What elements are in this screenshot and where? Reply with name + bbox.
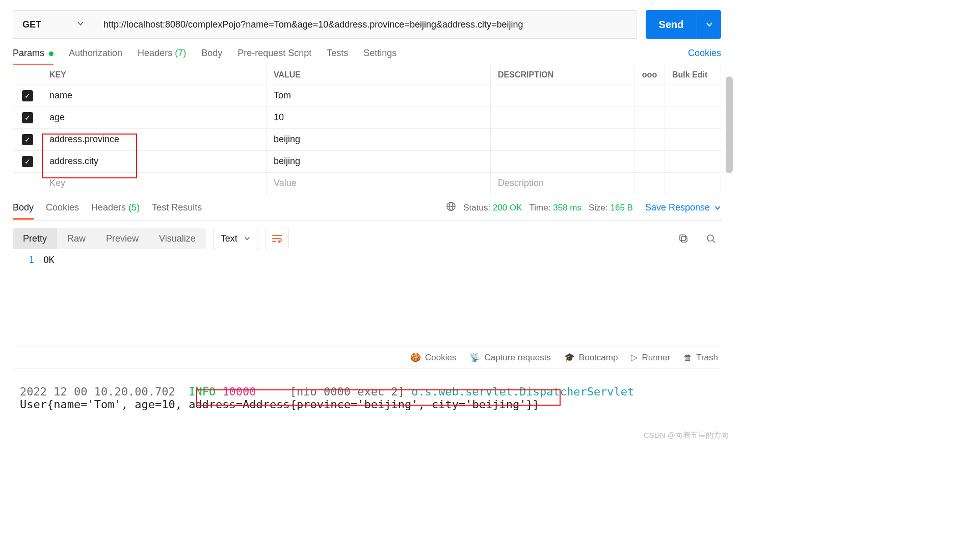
param-desc[interactable]	[490, 107, 634, 128]
copy-button[interactable]	[673, 228, 694, 249]
view-pretty[interactable]: Pretty	[13, 228, 57, 249]
row-checkbox[interactable]: ✓	[22, 156, 33, 167]
sb-label: Bootcamp	[579, 353, 618, 363]
row-checkbox[interactable]: ✓	[22, 90, 33, 101]
log-timestamp: 2022 12 00 10.20.00.702	[20, 385, 175, 398]
res-tab-test-results[interactable]: Test Results	[152, 202, 202, 219]
tab-prerequest[interactable]: Pre-request Script	[237, 48, 311, 65]
res-tab-body[interactable]: Body	[13, 202, 34, 219]
svg-line-6	[713, 241, 715, 243]
params-active-dot-icon	[49, 51, 54, 56]
headers-count: (5)	[128, 202, 140, 213]
view-raw[interactable]: Raw	[57, 228, 96, 249]
chevron-down-icon	[76, 19, 85, 30]
runner-icon: ▷	[631, 352, 638, 363]
sb-trash[interactable]: 🗑 Trash	[683, 352, 718, 363]
view-mode-segment: Pretty Raw Preview Visualize	[13, 228, 206, 249]
sb-label: Runner	[642, 353, 670, 363]
sb-bootcamp[interactable]: 🎓 Bootcamp	[564, 352, 618, 363]
param-row: ✓ address.province beijing	[13, 129, 721, 151]
save-response-button[interactable]: Save Response	[645, 202, 721, 219]
param-key[interactable]: address.city	[42, 151, 266, 172]
http-method-select[interactable]: GET	[13, 10, 94, 39]
param-key-placeholder[interactable]: Key	[42, 173, 266, 194]
tab-headers[interactable]: Headers (7)	[138, 48, 186, 65]
col-description: DESCRIPTION	[490, 65, 634, 85]
param-desc[interactable]	[490, 85, 634, 107]
param-value[interactable]: beijing	[266, 151, 490, 172]
more-actions-button[interactable]: ooo	[634, 65, 665, 85]
view-visualize[interactable]: Visualize	[149, 228, 206, 249]
format-value: Text	[221, 233, 237, 244]
cookie-icon: 🍪	[410, 352, 421, 363]
http-method-value: GET	[22, 19, 41, 30]
svg-rect-4	[680, 235, 685, 241]
trash-icon: 🗑	[683, 353, 692, 363]
watermark: CSDN @向着五星的方向	[644, 431, 729, 440]
send-dropdown-button[interactable]	[697, 10, 721, 39]
url-text: http://localhost:8080/complexPojo?name=T…	[103, 19, 523, 30]
tab-authorization[interactable]: Authorization	[69, 48, 122, 65]
param-desc[interactable]	[490, 129, 634, 150]
param-value[interactable]: Tom	[266, 85, 490, 107]
sb-label: Capture requests	[484, 353, 550, 363]
tab-label: Params	[13, 48, 44, 58]
chevron-down-icon	[705, 20, 713, 29]
size-value: 165 B	[610, 203, 632, 213]
save-response-label: Save Response	[645, 202, 710, 213]
svg-rect-3	[681, 236, 687, 242]
param-row: ✓ age 10	[13, 107, 721, 129]
tab-tests[interactable]: Tests	[327, 48, 348, 65]
param-key[interactable]: name	[42, 85, 266, 107]
send-button[interactable]: Send	[646, 10, 697, 39]
status-bar: 🍪 Cookies 📡 Capture requests 🎓 Bootcamp …	[13, 347, 721, 368]
response-view-controls: Pretty Raw Preview Visualize Text	[13, 228, 721, 249]
col-value: VALUE	[266, 65, 490, 85]
size-label: Size:	[589, 203, 608, 213]
tab-label: Headers	[91, 202, 126, 213]
bulk-edit-button[interactable]: Bulk Edit	[665, 65, 721, 85]
sb-label: Trash	[696, 353, 718, 363]
param-row-placeholder: Key Value Description	[13, 173, 721, 194]
scrollbar[interactable]	[726, 76, 733, 173]
sb-capture[interactable]: 📡 Capture requests	[469, 352, 550, 363]
param-desc-placeholder[interactable]: Description	[490, 173, 634, 194]
wrap-lines-button[interactable]	[266, 228, 289, 249]
params-table: KEY VALUE DESCRIPTION ooo Bulk Edit ✓ na…	[13, 65, 721, 194]
res-tab-headers[interactable]: Headers (5)	[91, 202, 140, 219]
wrap-icon	[272, 233, 283, 244]
status-value: 200 OK	[493, 203, 522, 213]
param-value[interactable]: 10	[266, 107, 490, 128]
param-key[interactable]: age	[42, 107, 266, 128]
response-content: OK	[43, 254, 721, 265]
sb-label: Cookies	[425, 353, 456, 363]
param-desc[interactable]	[490, 151, 634, 172]
view-preview[interactable]: Preview	[96, 228, 149, 249]
param-value[interactable]: beijing	[266, 129, 490, 150]
time-label: Time:	[529, 203, 551, 213]
search-button[interactable]	[701, 228, 721, 249]
headers-count: (7)	[175, 48, 186, 58]
tab-settings[interactable]: Settings	[363, 48, 396, 65]
chevron-down-icon	[244, 235, 251, 242]
search-icon	[706, 233, 716, 244]
sb-runner[interactable]: ▷ Runner	[631, 352, 670, 363]
log-pid: 10000	[222, 385, 256, 398]
tab-body[interactable]: Body	[201, 48, 222, 65]
line-number: 1	[13, 254, 43, 265]
res-tab-cookies[interactable]: Cookies	[46, 202, 79, 219]
params-table-wrap: KEY VALUE DESCRIPTION ooo Bulk Edit ✓ na…	[13, 65, 721, 194]
tab-params[interactable]: Params	[13, 48, 54, 65]
col-key: KEY	[42, 65, 266, 85]
param-key[interactable]: address.province	[42, 129, 266, 150]
row-checkbox[interactable]: ✓	[22, 112, 33, 123]
param-value-placeholder[interactable]: Value	[266, 173, 490, 194]
globe-icon	[446, 201, 456, 214]
request-tabs: Params Authorization Headers (7) Body Pr…	[13, 48, 721, 65]
format-select[interactable]: Text	[213, 228, 258, 249]
sb-cookies[interactable]: 🍪 Cookies	[410, 352, 456, 363]
url-input[interactable]: http://localhost:8080/complexPojo?name=T…	[94, 10, 637, 39]
params-table-header: KEY VALUE DESCRIPTION ooo Bulk Edit	[13, 65, 721, 85]
cookies-link[interactable]: Cookies	[688, 48, 721, 65]
row-checkbox[interactable]: ✓	[22, 134, 33, 145]
